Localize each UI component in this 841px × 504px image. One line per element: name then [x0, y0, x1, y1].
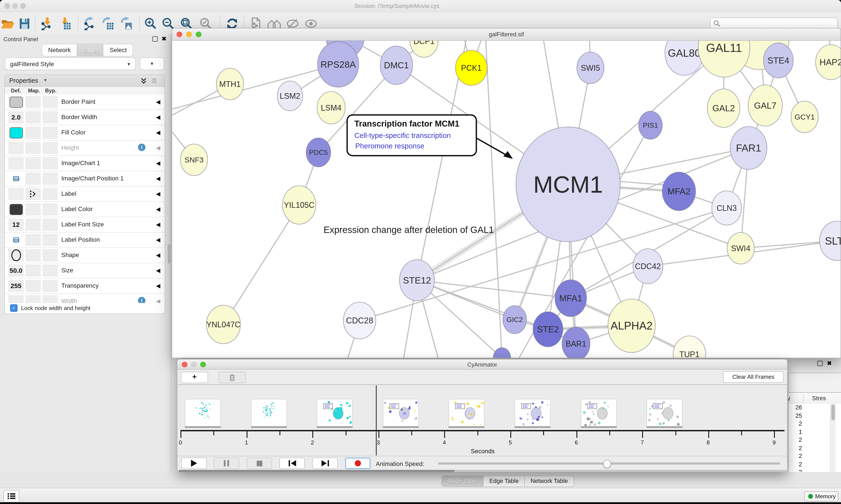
property-row-border-paint[interactable]: Border Paint◀	[5, 94, 165, 110]
default-value[interactable]: 2.0	[8, 113, 24, 121]
position-icon[interactable]	[13, 175, 20, 182]
property-row-label-color[interactable]: Label Color◀	[5, 202, 165, 217]
property-row-label-font-size[interactable]: 12Label Font Size◀	[5, 217, 165, 233]
cyanimator-timeline[interactable]: 0123456789 Seconds	[177, 384, 787, 456]
close-panel-icon[interactable]: ✖	[162, 37, 166, 41]
tab-edge-table[interactable]: Edge Table	[484, 475, 525, 487]
skip-to-end-button[interactable]	[312, 457, 338, 469]
expand-arrow-icon[interactable]: ◀	[156, 175, 160, 182]
expand-arrow-icon[interactable]: ◀	[156, 236, 160, 243]
default-value[interactable]: 255	[8, 282, 24, 289]
expand-arrow-icon[interactable]: ◀	[156, 267, 160, 274]
default-value[interactable]: 50.0	[8, 267, 24, 274]
import-network-button[interactable]	[40, 17, 55, 31]
expand-arrow-icon[interactable]: ◀	[156, 206, 160, 212]
annotation-box[interactable]: Transcription factor MCM1 Cell-type-spec…	[346, 114, 477, 156]
node-nodex[interactable]	[493, 348, 511, 358]
property-row-image-chart-1[interactable]: Image/Chart 1◀	[5, 156, 165, 171]
export-image-button[interactable]	[119, 17, 133, 31]
show-panels-button[interactable]	[3, 490, 19, 502]
float-panel-icon[interactable]	[153, 36, 158, 41]
property-row-size[interactable]: 50.0Size◀	[5, 263, 165, 278]
frame-thumbnail-7[interactable]	[646, 399, 682, 427]
tab-node-table[interactable]: Node Table	[442, 475, 484, 487]
expand-arrow-icon[interactable]: ◀	[156, 144, 160, 151]
tab-network-table[interactable]: Network Table	[525, 475, 574, 487]
frame-thumbnail-5[interactable]	[515, 399, 551, 427]
property-label: Transparency	[61, 282, 99, 289]
table-scrollbar[interactable]	[830, 404, 836, 476]
save-button[interactable]	[17, 17, 32, 31]
play-button[interactable]	[181, 457, 207, 469]
float-table-panel-icon[interactable]	[817, 361, 823, 366]
frame-thumbnail-0[interactable]	[185, 399, 221, 427]
memory-button[interactable]: Memory	[804, 491, 838, 501]
control-panel-scrollbar[interactable]	[168, 244, 171, 264]
mapping-icon[interactable]	[29, 190, 37, 198]
property-row-image-chart-position-1[interactable]: Image/Chart Position 1◀	[5, 171, 165, 186]
position-icon[interactable]	[13, 236, 20, 244]
lock-node-checkbox[interactable]: ✓	[10, 304, 18, 312]
default-value[interactable]: 12	[8, 221, 24, 228]
frame-thumbnail-3[interactable]	[383, 399, 419, 427]
expand-arrow-icon[interactable]: ◀	[156, 221, 160, 228]
ellipse-shape-icon[interactable]	[10, 249, 22, 262]
open-folder-button[interactable]	[0, 17, 15, 31]
table-column-stress[interactable]: Stres	[812, 395, 826, 401]
cyanimator-hscrollbar[interactable]	[178, 470, 786, 472]
frame-thumbnail-1[interactable]	[251, 399, 287, 427]
network-window-titlebar[interactable]: galFiltered.sif	[172, 29, 841, 41]
import-table-button[interactable]	[57, 17, 72, 31]
zoom-in-button[interactable]	[143, 17, 158, 31]
expand-arrow-icon[interactable]: ◀	[156, 129, 160, 136]
pause-button[interactable]	[214, 457, 239, 469]
animation-speed-thumb[interactable]	[603, 460, 611, 468]
export-network-button[interactable]	[83, 17, 98, 31]
annotation-link-2[interactable]: Pheromone response	[355, 142, 425, 150]
expand-arrow-icon[interactable]: ◀	[156, 98, 160, 105]
close-table-panel-icon[interactable]: ✖	[827, 361, 832, 366]
add-frame-button[interactable]: +	[181, 372, 208, 383]
tab-network[interactable]: Network	[42, 44, 77, 56]
network-canvas[interactable]: RPS28BDCP1RPS28ADMC1PCK1SWI5GAL80GAL11ST…	[172, 41, 841, 358]
cell-c2	[25, 142, 41, 154]
property-row-transparency[interactable]: 255Transparency◀	[5, 278, 165, 294]
expand-arrow-icon[interactable]: ◀	[156, 191, 160, 197]
delete-frame-button[interactable]	[219, 372, 246, 383]
cell-c1: 50.0	[8, 265, 24, 277]
expand-arrow-icon[interactable]: ◀	[156, 283, 160, 289]
default-swatch[interactable]	[10, 204, 23, 215]
expand-arrow-icon[interactable]: ◀	[156, 160, 160, 166]
expand-arrow-icon[interactable]: ◀	[156, 252, 160, 258]
export-table-button[interactable]	[100, 17, 115, 31]
record-button[interactable]	[345, 457, 371, 469]
style-select[interactable]: galFiltered Style ▼	[5, 57, 136, 70]
stop-button[interactable]	[247, 457, 272, 469]
annotation-link-1[interactable]: Cell-type-specific transcription	[354, 131, 451, 140]
default-swatch[interactable]	[10, 97, 23, 108]
cyanimator-titlebar[interactable]: CyAnimator	[177, 360, 787, 370]
style-options-button[interactable]: ▼	[140, 57, 164, 70]
frame-thumbnail-4[interactable]	[449, 399, 485, 427]
node-label-rps28b: RPS28B	[328, 41, 362, 41]
property-row-height[interactable]: Heighti◀	[5, 141, 165, 156]
property-row-border-width[interactable]: 2.0Border Width◀	[5, 110, 165, 125]
expand-all-icon[interactable]	[140, 77, 147, 85]
tab-select[interactable]: Select	[104, 44, 133, 56]
info-icon[interactable]: i	[138, 144, 145, 151]
table-column-ity[interactable]: ity	[788, 395, 790, 401]
collapse-all-icon[interactable]	[151, 77, 158, 85]
property-row-label[interactable]: Label◀	[5, 186, 165, 202]
clear-all-frames-button[interactable]: Clear All Frames	[723, 371, 784, 383]
skip-to-start-button[interactable]	[280, 457, 305, 469]
cell-c3	[42, 265, 58, 277]
property-row-label-position[interactable]: Label Position◀	[5, 233, 165, 248]
frame-thumbnail-2[interactable]	[317, 399, 353, 427]
tab-style[interactable]: Style	[77, 44, 104, 56]
frame-thumbnail-6[interactable]	[580, 399, 616, 427]
property-row-shape[interactable]: Shape◀	[5, 248, 165, 263]
default-swatch[interactable]	[10, 127, 23, 138]
property-row-fill-color[interactable]: Fill Color◀	[5, 125, 165, 141]
properties-header[interactable]: Properties ▼	[5, 75, 165, 87]
expand-arrow-icon[interactable]: ◀	[156, 114, 160, 121]
